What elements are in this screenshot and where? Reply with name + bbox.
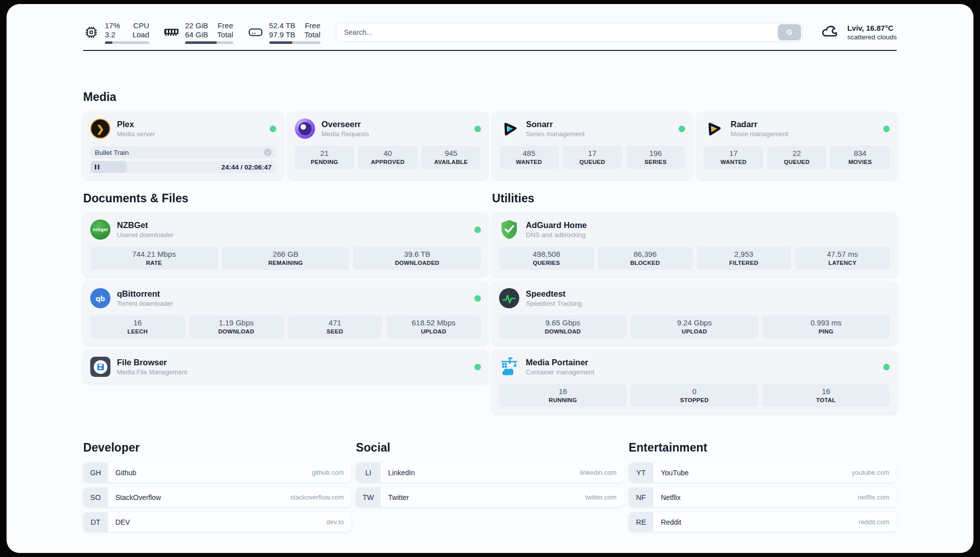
search-engine-button[interactable]: G	[778, 24, 801, 40]
app-description: Series management	[526, 130, 585, 138]
section-social: Social LI LinkedIn linkedin.com TW Twitt…	[356, 441, 624, 507]
app-card-plex[interactable]: ❯ Plex Media server Bullet Train	[83, 112, 283, 180]
link-row-stackoverflow[interactable]: SO StackOverflow stackoverflow.com	[83, 487, 351, 507]
weather-widget: Lviv, 16.87°C scattered clouds	[821, 23, 897, 41]
system-stats: 17% 3.2 CPU Load	[83, 21, 321, 44]
stat-label: AVAILABLE	[423, 158, 479, 166]
link-row-youtube[interactable]: YT YouTube youtube.com	[629, 463, 897, 482]
link-row-linkedin[interactable]: LI LinkedIn linkedin.com	[356, 463, 624, 482]
disk-icon	[248, 26, 264, 38]
plex-icon: ❯	[90, 119, 110, 139]
link-row-dev[interactable]: DT DEV dev.to	[83, 512, 351, 532]
pause-icon[interactable]	[95, 164, 99, 170]
stat-tile: 17 WANTED	[704, 146, 763, 169]
stat-value: 16	[501, 386, 625, 396]
app-card-overseerr[interactable]: Overseerr Media Requests 21 PENDING 40 A…	[288, 112, 488, 180]
app-card-filebrowser[interactable]: File Browser Media File Management	[83, 350, 488, 383]
app-name: Sonarr	[526, 119, 585, 129]
stat-label: DOWNLOAD	[191, 328, 282, 336]
section-title-media: Media	[83, 90, 897, 104]
disk-progress-bar	[269, 41, 321, 44]
stat-label: DOWNLOAD	[501, 328, 625, 336]
stat-tile: 40 APPROVED	[358, 146, 417, 169]
ram-stat: 22 GiB 64 GiB Free Total	[163, 21, 233, 44]
disk-total-value: 97.9 TB	[269, 30, 295, 39]
link-row-github[interactable]: GH Github github.com	[83, 463, 351, 482]
link-row-reddit[interactable]: RE Reddit reddit.com	[629, 512, 897, 532]
app-name: Overseerr	[322, 119, 369, 129]
stat-tile: 21 PENDING	[295, 146, 354, 169]
adguard-icon	[499, 219, 519, 240]
stat-tile: 0 STOPPED	[631, 384, 758, 407]
stat-label: PING	[764, 328, 888, 336]
link-abbr: NF	[629, 487, 653, 507]
ram-free-label: Free	[217, 21, 233, 30]
stat-tile: 196 SERIES	[626, 146, 686, 169]
stat-tile: 86,396 BLOCKED	[598, 247, 693, 270]
link-url: github.com	[312, 469, 344, 476]
link-url: dev.to	[327, 518, 344, 526]
app-description: Movie management	[730, 130, 788, 138]
stat-value: 618.52 Mbps	[388, 318, 479, 327]
stat-tile: 1.19 Gbps DOWNLOAD	[189, 315, 284, 339]
ram-free-value: 22 GiB	[185, 21, 208, 30]
cpu-usage-value: 17%	[105, 21, 120, 30]
stat-tile: 945 AVAILABLE	[421, 146, 481, 169]
stat-tile: 266 GB REMAINING	[222, 247, 349, 270]
status-online-dot	[883, 364, 890, 370]
status-online-dot	[270, 126, 276, 132]
app-card-qbittorrent[interactable]: qb qBittorrent Torrent downloader 16 LEE…	[83, 282, 488, 345]
stat-tile: 22 QUEUED	[767, 146, 827, 169]
app-card-nzbget[interactable]: nzbget NZBGet Usenet downloader 744.21 M…	[83, 213, 488, 276]
app-name: qBittorrent	[117, 289, 173, 299]
app-name: Plex	[117, 119, 155, 129]
stat-value: 9.24 Gbps	[633, 318, 756, 327]
stat-label: REMAINING	[224, 259, 347, 267]
disk-free-label: Free	[304, 21, 321, 30]
link-url: stackoverflow.com	[290, 493, 344, 501]
stat-value: 196	[628, 148, 684, 158]
section-title-utilities: Utilities	[492, 192, 897, 205]
stat-tile: 17 QUEUED	[563, 146, 622, 169]
weather-location: Lviv, 16.87°C	[847, 24, 897, 32]
playback-progress-bar[interactable]: 24:44 / 02:06:47	[90, 161, 276, 173]
cpu-load-label: Load	[133, 30, 149, 39]
app-name: Media Portainer	[526, 357, 594, 367]
stat-label: PENDING	[297, 158, 352, 166]
stat-value: 744.21 Mbps	[92, 249, 216, 259]
app-name: NZBGet	[117, 220, 173, 230]
app-card-adguard-home[interactable]: AdGuard Home DNS and adblocking 498,508 …	[492, 213, 897, 276]
stat-label: UPLOAD	[388, 328, 479, 336]
link-abbr: LI	[356, 463, 381, 482]
app-card-media-portainer[interactable]: Media Portainer Container management 16 …	[492, 350, 897, 414]
status-online-dot	[474, 227, 481, 233]
app-description: DNS and adblocking	[526, 231, 587, 239]
app-card-sonarr[interactable]: Sonarr Series management 485 WANTED 17 Q…	[493, 112, 693, 180]
link-row-twitter[interactable]: TW Twitter twitter.com	[356, 487, 624, 507]
status-online-dot	[679, 126, 685, 132]
stat-label: MOVIES	[832, 158, 888, 166]
ram-icon	[163, 26, 179, 38]
stat-tile: 471 SEED	[288, 315, 383, 339]
app-card-radarr[interactable]: Radarr Movie management 17 WANTED 22 QUE…	[697, 112, 897, 180]
link-name: YouTube	[661, 469, 689, 477]
stat-tile: 485 WANTED	[500, 146, 559, 169]
now-playing-title: Bullet Train	[95, 149, 129, 156]
link-row-netflix[interactable]: NF Netflix netflix.com	[629, 487, 897, 507]
stat-value: 39.6 TB	[355, 249, 479, 259]
dashboard-page: 17% 3.2 CPU Load	[7, 4, 973, 553]
stat-value: 16	[764, 386, 888, 396]
stat-tile: 2,953 FILTERED	[697, 247, 791, 270]
sonarr-icon	[500, 119, 520, 139]
session-icon	[264, 148, 272, 156]
app-card-speedtest[interactable]: Speedtest Speedtest Tracking 9.65 Gbps D…	[492, 282, 897, 345]
section-documents: Documents & Files nzbget NZBGet Usenet d…	[83, 192, 488, 383]
search-input[interactable]	[336, 23, 803, 42]
link-name: Twitter	[388, 493, 409, 502]
link-abbr: SO	[83, 487, 108, 507]
stat-value: 47.57 ms	[797, 249, 888, 259]
stat-label: LEECH	[92, 328, 183, 336]
stat-tile: 498,508 QUERIES	[499, 247, 594, 270]
app-description: Media File Management	[117, 368, 187, 376]
stat-value: 86,396	[600, 249, 691, 259]
